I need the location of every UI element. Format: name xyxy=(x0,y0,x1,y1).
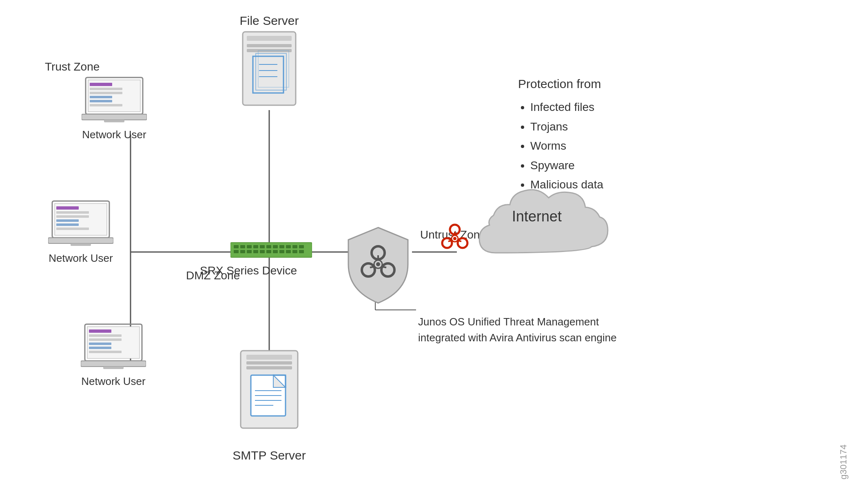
svg-rect-59 xyxy=(292,245,297,248)
svg-rect-18 xyxy=(104,120,124,122)
svg-rect-36 xyxy=(89,351,122,353)
laptop-top: Network User xyxy=(82,75,147,126)
svg-rect-33 xyxy=(89,338,122,341)
svg-rect-31 xyxy=(89,329,111,333)
shield-icon xyxy=(343,223,414,307)
svg-rect-63 xyxy=(247,250,252,253)
network-user-middle-label: Network User xyxy=(48,252,113,265)
svg-rect-56 xyxy=(273,245,278,248)
svg-rect-27 xyxy=(48,238,113,243)
svg-rect-24 xyxy=(56,219,79,222)
protection-title: Protection from xyxy=(518,73,603,94)
svg-line-86 xyxy=(458,241,461,241)
svg-rect-14 xyxy=(90,96,112,98)
svg-rect-64 xyxy=(253,250,258,253)
svg-rect-68 xyxy=(279,250,284,253)
svg-rect-50 xyxy=(234,245,239,248)
srx-device-icon xyxy=(230,239,312,265)
svg-line-79 xyxy=(370,267,374,267)
svg-rect-12 xyxy=(90,88,122,90)
internet-text-label: Internet xyxy=(512,208,562,225)
svg-rect-23 xyxy=(56,215,89,218)
file-server-icon xyxy=(230,28,308,111)
svg-rect-28 xyxy=(71,243,91,246)
svg-rect-71 xyxy=(299,250,304,253)
svg-rect-53 xyxy=(253,245,258,248)
dmz-zone-label: DMZ Zone xyxy=(186,269,240,282)
laptop-middle: Network User xyxy=(48,199,113,250)
svg-rect-62 xyxy=(240,250,245,253)
biohazard-warning-icon xyxy=(436,220,473,259)
utm-text-line1: Junos OS Unified Threat Management xyxy=(418,316,599,328)
svg-rect-65 xyxy=(260,250,265,253)
svg-rect-69 xyxy=(286,250,291,253)
file-server-label: File Server xyxy=(228,14,310,28)
svg-point-82 xyxy=(442,238,452,248)
svg-rect-37 xyxy=(81,361,146,367)
protection-item-4: Spyware xyxy=(530,156,603,175)
protection-box: Protection from Infected files Trojans W… xyxy=(518,73,603,195)
svg-line-78 xyxy=(382,267,386,267)
svg-point-84 xyxy=(453,237,456,240)
svg-rect-32 xyxy=(89,334,122,337)
network-user-bottom-label: Network User xyxy=(81,375,146,388)
smtp-server-icon xyxy=(228,347,310,438)
svg-rect-54 xyxy=(260,245,265,248)
svg-rect-16 xyxy=(90,104,122,106)
svg-rect-34 xyxy=(89,343,111,345)
svg-rect-25 xyxy=(56,223,79,226)
svg-rect-40 xyxy=(247,36,292,41)
svg-rect-15 xyxy=(90,100,112,102)
svg-rect-61 xyxy=(234,250,239,253)
protection-item-3: Worms xyxy=(530,136,603,156)
svg-rect-35 xyxy=(89,347,111,349)
utm-text-line2: integrated with Avira Antivirus scan eng… xyxy=(418,332,617,344)
protection-item-1: Infected files xyxy=(530,97,603,117)
svg-rect-38 xyxy=(103,367,124,369)
svg-rect-39 xyxy=(243,32,296,105)
svg-rect-11 xyxy=(90,83,112,86)
watermark: g301174 xyxy=(838,444,849,480)
svg-rect-70 xyxy=(292,250,297,253)
svg-rect-21 xyxy=(56,206,79,210)
protection-list: Infected files Trojans Worms Spyware Mal… xyxy=(518,97,603,195)
svg-rect-89 xyxy=(246,355,292,360)
network-user-top-label: Network User xyxy=(82,128,147,141)
svg-rect-17 xyxy=(82,114,147,120)
svg-rect-60 xyxy=(299,245,304,248)
svg-rect-90 xyxy=(246,361,292,365)
svg-point-81 xyxy=(458,238,467,248)
svg-rect-91 xyxy=(246,366,292,369)
svg-rect-26 xyxy=(56,228,89,230)
laptop-bottom: Network User xyxy=(81,322,146,373)
svg-rect-58 xyxy=(286,245,291,248)
svg-rect-57 xyxy=(279,245,284,248)
protection-item-5: Malicious data xyxy=(530,175,603,195)
svg-line-87 xyxy=(448,241,452,241)
svg-rect-52 xyxy=(247,245,252,248)
svg-rect-41 xyxy=(247,44,292,47)
svg-rect-67 xyxy=(273,250,278,253)
protection-item-2: Trojans xyxy=(530,117,603,137)
utm-label: Junos OS Unified Threat Management integ… xyxy=(418,314,617,346)
trust-zone-label: Trust Zone xyxy=(45,60,100,73)
svg-rect-55 xyxy=(266,245,271,248)
svg-rect-51 xyxy=(240,245,245,248)
svg-point-76 xyxy=(376,262,380,266)
smtp-server-label: SMTP Server xyxy=(224,449,314,462)
svg-rect-13 xyxy=(90,92,122,94)
svg-rect-22 xyxy=(56,211,89,214)
svg-rect-66 xyxy=(266,250,271,253)
